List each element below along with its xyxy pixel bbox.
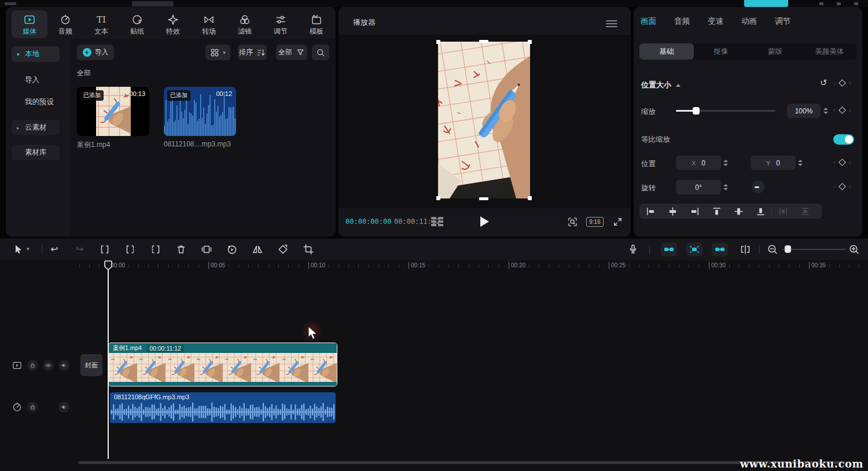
align-left-button[interactable] bbox=[639, 207, 661, 216]
record-voiceover-button[interactable] bbox=[627, 244, 639, 255]
section-position-size[interactable]: 位置大小 bbox=[641, 80, 681, 90]
tab-animation[interactable]: 动画 bbox=[741, 16, 757, 27]
tab-template[interactable]: 模板 bbox=[299, 10, 334, 38]
scale-value[interactable]: 100% bbox=[787, 104, 821, 118]
rotation-knob[interactable] bbox=[752, 181, 764, 193]
align-center-h-button[interactable] bbox=[661, 207, 683, 216]
align-bottom-button[interactable] bbox=[749, 207, 771, 216]
freeze-frame-button[interactable] bbox=[201, 244, 212, 255]
trim-left-button[interactable] bbox=[124, 244, 136, 255]
split-button[interactable] bbox=[99, 244, 111, 255]
cover-button[interactable]: 封面 bbox=[80, 354, 102, 376]
tab-transition[interactable]: 转场 bbox=[191, 10, 227, 38]
zoom-out-icon[interactable] bbox=[767, 244, 778, 255]
tab-media[interactable]: 媒体 bbox=[12, 10, 47, 38]
frame-preview-icon[interactable] bbox=[431, 217, 444, 226]
app-menu-fragment[interactable] bbox=[5, 2, 16, 5]
scale-keyframe[interactable]: ‹› bbox=[833, 106, 851, 113]
scale-stepper[interactable] bbox=[822, 104, 830, 117]
tab-filter[interactable]: 滤镜 bbox=[227, 10, 263, 38]
rotation-field[interactable]: 0° bbox=[676, 180, 721, 194]
link-toggle[interactable] bbox=[712, 242, 728, 256]
playhead-line[interactable] bbox=[108, 264, 109, 459]
subtab-basic[interactable]: 基础 bbox=[639, 43, 694, 60]
timeline-zoom-slider[interactable] bbox=[782, 249, 846, 250]
keyframe-control[interactable]: ‹› bbox=[833, 79, 851, 86]
media-item-video[interactable]: 已添加 00:13 bbox=[77, 87, 149, 136]
fit-zoom-icon[interactable] bbox=[567, 216, 578, 227]
scale-slider[interactable] bbox=[676, 110, 775, 112]
lock-track-button[interactable] bbox=[27, 360, 38, 371]
view-mode-button[interactable]: ▾ bbox=[205, 45, 230, 60]
mute-track-button[interactable] bbox=[58, 402, 69, 413]
tab-speed[interactable]: 变速 bbox=[708, 16, 723, 27]
mute-track-button[interactable] bbox=[58, 360, 69, 371]
select-tool-chevron-icon[interactable]: ▾ bbox=[27, 246, 38, 257]
align-center-v-button[interactable] bbox=[727, 207, 749, 216]
subtab-beauty[interactable]: 美颜美体 bbox=[802, 43, 856, 60]
media-item-audio[interactable]: 已添加 00:12 bbox=[164, 87, 236, 136]
sidebar-item-library[interactable]: 素材库 bbox=[12, 145, 60, 160]
rotate-button[interactable] bbox=[277, 244, 289, 255]
titlebar-button-fragment[interactable] bbox=[132, 1, 174, 6]
player-menu-icon[interactable] bbox=[606, 20, 617, 28]
timeline-zoom-knob[interactable] bbox=[785, 245, 791, 253]
position-x-stepper[interactable] bbox=[722, 156, 730, 170]
resize-handle-tr[interactable] bbox=[528, 40, 532, 44]
rotation-keyframe[interactable]: ‹› bbox=[833, 183, 851, 190]
position-keyframe[interactable]: ‹› bbox=[833, 159, 851, 165]
zoom-in-icon[interactable] bbox=[848, 244, 860, 255]
close-button[interactable] bbox=[854, 2, 858, 5]
fullscreen-icon[interactable] bbox=[612, 216, 623, 227]
position-y-field[interactable]: Y 0 bbox=[751, 156, 796, 170]
resize-handle-tl[interactable] bbox=[436, 40, 440, 44]
sidebar-item-import[interactable]: 导入 bbox=[12, 72, 60, 88]
sidebar-item-local[interactable]: ▾ 本地 bbox=[12, 46, 60, 62]
delete-button[interactable] bbox=[175, 244, 187, 255]
filter-button[interactable]: 全部 bbox=[276, 45, 307, 60]
tab-audio-props[interactable]: 音频 bbox=[674, 16, 690, 27]
search-button[interactable] bbox=[312, 45, 329, 60]
audio-clip[interactable]: 08112108qGFfG.mp3.mp3 bbox=[110, 392, 336, 423]
tab-text[interactable]: TI 文本 bbox=[83, 10, 119, 38]
video-clip[interactable]: 案例1.mp4 00:00:11:12 bbox=[108, 343, 337, 387]
position-y-stepper[interactable] bbox=[796, 156, 804, 170]
position-x-field[interactable]: X 0 bbox=[676, 156, 721, 170]
play-button[interactable] bbox=[479, 215, 490, 228]
tab-sticker[interactable]: 贴纸 bbox=[119, 10, 155, 38]
main-track-magnet-toggle[interactable] bbox=[661, 242, 677, 256]
crop-button[interactable] bbox=[303, 244, 314, 255]
subtab-mask[interactable]: 蒙版 bbox=[748, 43, 803, 60]
reverse-button[interactable] bbox=[226, 244, 238, 255]
import-button[interactable]: + 导入 bbox=[77, 45, 114, 60]
slider-knob[interactable] bbox=[693, 107, 700, 115]
tab-adjust[interactable]: 调节 bbox=[263, 10, 299, 38]
resize-handle-bl[interactable] bbox=[436, 196, 440, 200]
align-top-button[interactable] bbox=[705, 207, 727, 216]
tab-adjust-props[interactable]: 调节 bbox=[775, 16, 790, 27]
resize-handle-br[interactable] bbox=[528, 196, 532, 200]
sidebar-item-cloud[interactable]: ▸ 云素材 bbox=[12, 120, 60, 135]
sidebar-item-presets[interactable]: 我的预设 bbox=[12, 94, 60, 110]
auto-snap-toggle[interactable] bbox=[686, 242, 703, 256]
tab-effects[interactable]: 特效 bbox=[155, 10, 191, 38]
playhead-handle[interactable] bbox=[104, 260, 112, 270]
export-button-fragment[interactable] bbox=[744, 0, 788, 7]
resize-handle-top[interactable] bbox=[479, 40, 488, 43]
mirror-button[interactable] bbox=[252, 244, 263, 255]
tab-audio[interactable]: 音频 bbox=[47, 10, 83, 38]
align-right-button[interactable] bbox=[683, 207, 705, 216]
redo-button[interactable]: ↪ bbox=[74, 244, 86, 255]
sort-button[interactable]: 排序 bbox=[238, 45, 267, 60]
maximize-button[interactable] bbox=[837, 2, 841, 5]
lock-track-button[interactable] bbox=[27, 402, 38, 413]
distribute-v-button[interactable] bbox=[794, 207, 816, 216]
horizontal-scrollbar[interactable] bbox=[78, 461, 845, 464]
rotation-stepper[interactable] bbox=[722, 180, 730, 194]
video-preview[interactable] bbox=[438, 42, 530, 198]
trim-right-button[interactable] bbox=[150, 244, 161, 255]
minimize-button[interactable] bbox=[819, 2, 823, 5]
hide-track-button[interactable] bbox=[43, 360, 54, 371]
undo-button[interactable]: ↩ bbox=[49, 244, 60, 255]
timeline-ruler[interactable]: 00:00 00:05 00:10 00:15 00:20 00:25 00:3… bbox=[78, 260, 868, 272]
